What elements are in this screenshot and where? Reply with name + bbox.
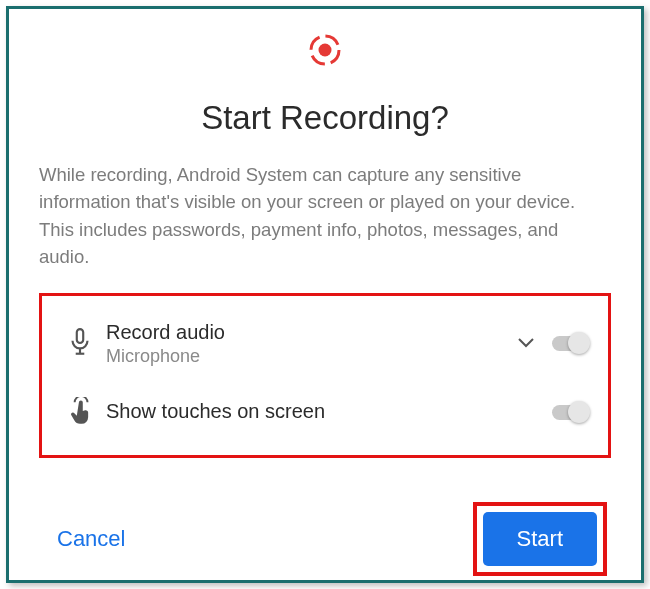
dialog-description: While recording, Android System can capt… xyxy=(39,161,611,271)
option-title: Record audio xyxy=(106,320,512,345)
record-icon xyxy=(39,33,611,67)
start-highlight-box: Start xyxy=(473,502,607,576)
options-highlight-box: Record audio Microphone Show touches on … xyxy=(39,293,611,458)
option-record-audio-text: Record audio Microphone xyxy=(106,320,512,367)
option-title: Show touches on screen xyxy=(106,399,552,424)
option-record-audio[interactable]: Record audio Microphone xyxy=(50,308,598,379)
dialog-title: Start Recording? xyxy=(39,99,611,137)
option-subtitle: Microphone xyxy=(106,346,512,367)
svg-rect-2 xyxy=(77,329,83,343)
chevron-down-icon[interactable] xyxy=(518,334,534,352)
record-audio-toggle[interactable] xyxy=(552,332,592,354)
touch-icon xyxy=(54,397,106,427)
cancel-button[interactable]: Cancel xyxy=(43,516,139,562)
start-button[interactable]: Start xyxy=(483,512,597,566)
dialog-actions: Cancel Start xyxy=(39,502,611,576)
svg-point-1 xyxy=(319,44,332,57)
option-show-touches[interactable]: Show touches on screen xyxy=(50,385,598,439)
show-touches-toggle[interactable] xyxy=(552,401,592,423)
option-show-touches-text: Show touches on screen xyxy=(106,399,552,424)
microphone-icon xyxy=(54,328,106,358)
dialog-frame: Start Recording? While recording, Androi… xyxy=(6,6,644,583)
